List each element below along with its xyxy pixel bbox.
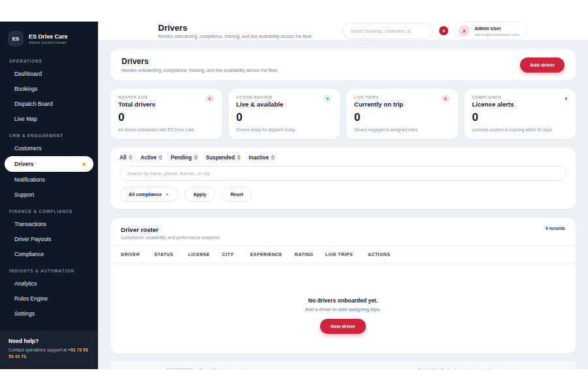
column-status: STATUS	[154, 252, 188, 257]
status-tabs: All 0 Active 0 Pending 0 Suspended 0	[120, 155, 566, 161]
page-title: Drivers	[158, 23, 312, 33]
tab-label: Pending	[171, 155, 191, 161]
sidebar-nav: OPERATIONS Dashboard Bookings Dispatch B…	[0, 52, 98, 331]
stat-value: 0	[118, 111, 214, 124]
empty-state-title: No drivers onboarded yet.	[110, 297, 576, 304]
column-license: LICENSE	[188, 252, 222, 257]
sidebar-item-settings[interactable]: Settings	[5, 306, 93, 321]
roster-subtitle: Compliance, availability, and performanc…	[121, 235, 220, 240]
tab-label: Suspended	[206, 155, 235, 161]
compliance-filter-select[interactable]: All compliance ▼	[120, 187, 178, 202]
stat-eyebrow: LIVE TRIPS	[354, 95, 403, 99]
driver-search-input[interactable]	[120, 166, 566, 181]
column-actions: ACTIONS	[368, 252, 407, 257]
stat-value: 0	[472, 111, 568, 124]
drivers-card-title: Drivers	[122, 57, 278, 66]
tab-active[interactable]: Active 0	[140, 155, 162, 161]
brand: ES ES Drive Care Admin Control Center	[0, 22, 98, 52]
empty-state: No drivers onboarded yet. Add a driver t…	[110, 263, 576, 353]
stat-title: License alerts	[472, 101, 514, 108]
stat-card-live-available: ACTIVE ROSTER Live & available 0 0 Drive…	[229, 89, 340, 139]
tab-pending[interactable]: Pending 0	[171, 155, 197, 161]
brand-name: ES Drive Care	[29, 33, 68, 40]
sidebar-item-bookings[interactable]: Bookings	[5, 82, 93, 96]
main-area: Drivers Monitor onboarding, compliance, …	[98, 22, 588, 369]
stat-caption: Drivers engaged in assigned rides.	[354, 127, 450, 132]
footer-copyright: © 2025 ES Drive Care. All rights reserve…	[166, 368, 246, 369]
global-search-input[interactable]	[343, 23, 433, 39]
sidebar-item-customers[interactable]: Customers	[5, 141, 93, 155]
stat-eyebrow: COMPLIANCE	[472, 95, 514, 99]
apply-button[interactable]: Apply	[184, 187, 216, 202]
stat-badge: 0	[564, 95, 568, 102]
help-text-body: Contact operations support at	[8, 348, 67, 352]
chevron-down-icon: ▼	[165, 193, 169, 197]
stats-row: ROSTER SIZE Total drivers 0 0 All driver…	[110, 89, 576, 139]
filter-actions: All compliance ▼ Apply Reset	[120, 187, 566, 202]
tab-count: 0	[237, 155, 240, 161]
footer-build-info: Build v1.0 • Crafted for professional dr…	[418, 368, 520, 369]
help-text: Contact operations support at +91 73 53 …	[8, 347, 90, 361]
tab-count: 0	[271, 155, 274, 161]
notification-badge[interactable]: 0	[439, 26, 448, 35]
page-header-card: Drivers Monitor onboarding, compliance, …	[110, 49, 576, 80]
stat-card-license-alerts: COMPLIANCE License alerts 0 0 Licenses e…	[465, 89, 576, 139]
nav-section-finance: FINANCE & COMPLIANCE	[9, 209, 89, 214]
tab-inactive[interactable]: Inactive 0	[249, 155, 274, 161]
stat-eyebrow: ROSTER SIZE	[118, 95, 155, 99]
user-name: Admin User	[474, 25, 519, 31]
reset-button[interactable]: Reset	[221, 187, 253, 202]
stat-title: Currently on trip	[354, 101, 403, 108]
sidebar-item-dashboard[interactable]: Dashboard	[5, 67, 93, 81]
stat-eyebrow: ACTIVE ROSTER	[237, 95, 284, 99]
sidebar-item-notifications[interactable]: Notifications	[5, 172, 93, 187]
stat-caption: Drivers ready for dispatch today.	[237, 127, 333, 132]
tab-label: Inactive	[249, 155, 269, 161]
column-city: CITY	[222, 252, 250, 257]
stat-card-on-trip: LIVE TRIPS Currently on trip 0 0 Drivers…	[346, 89, 458, 139]
table-header-row: DRIVER STATUS LICENSE CITY EXPERIENCE RA…	[110, 246, 576, 263]
tab-label: Active	[140, 155, 157, 161]
stat-title: Total drivers	[118, 101, 155, 108]
new-driver-button[interactable]: New driver	[320, 319, 366, 334]
stat-title: Live & available	[237, 101, 284, 108]
sidebar-item-rules-engine[interactable]: Rules Engine	[5, 291, 93, 306]
help-panel: Need help? Contact operations support at…	[0, 331, 98, 369]
user-menu[interactable]: A Admin User admin@esdrivecare.com	[454, 22, 528, 40]
sidebar-item-label: Drivers	[14, 161, 34, 167]
tab-count: 0	[159, 155, 163, 161]
sidebar-item-drivers[interactable]: Drivers	[5, 156, 93, 172]
sidebar-item-driver-payouts[interactable]: Driver Payouts	[5, 232, 93, 246]
sidebar-item-transactions[interactable]: Transactions	[5, 217, 93, 231]
brand-tagline: Admin Control Center	[29, 41, 68, 44]
sidebar-item-dispatch-board[interactable]: Dispatch Board	[5, 97, 93, 111]
stat-caption: Licenses expired or expiring within 30 d…	[472, 127, 568, 132]
stat-badge: 0	[441, 95, 449, 102]
add-driver-button[interactable]: Add driver	[520, 57, 564, 73]
tab-count: 0	[194, 155, 197, 161]
sidebar-item-support[interactable]: Support	[5, 188, 93, 202]
page-header-text: Drivers Monitor onboarding, compliance, …	[122, 57, 278, 73]
records-count: 0 records	[546, 226, 565, 231]
compliance-select-value: All compliance	[129, 191, 162, 197]
sidebar: ES ES Drive Care Admin Control Center OP…	[0, 22, 98, 369]
nav-section-crm: CRM & ENGAGEMENT	[9, 133, 89, 138]
tab-count: 0	[129, 155, 132, 161]
header-actions: 0 A Admin User admin@esdrivecare.com	[343, 22, 528, 40]
empty-state-subtitle: Add a driver to start assigning trips.	[110, 306, 576, 312]
nav-section-operations: OPERATIONS	[9, 59, 89, 63]
tab-all[interactable]: All 0	[120, 155, 132, 161]
sidebar-item-analytics[interactable]: Analytics	[5, 276, 93, 291]
stat-card-total-drivers: ROSTER SIZE Total drivers 0 0 All driver…	[110, 89, 222, 139]
stat-badge: 0	[323, 95, 332, 102]
stat-value: 0	[237, 111, 333, 124]
sidebar-item-compliance[interactable]: Compliance	[5, 247, 93, 261]
app-window: ES ES Drive Care Admin Control Center OP…	[0, 22, 588, 369]
sidebar-item-live-map[interactable]: Live Map	[5, 112, 93, 126]
user-email: admin@esdrivecare.com	[474, 32, 519, 37]
page-subtitle: Monitor onboarding, compliance, training…	[158, 34, 312, 39]
top-header: Drivers Monitor onboarding, compliance, …	[98, 22, 588, 41]
tab-suspended[interactable]: Suspended 0	[206, 155, 240, 161]
stat-caption: All drivers onboarded with ES Drive Care…	[118, 127, 214, 132]
drivers-card-subtitle: Monitor onboarding, compliance, training…	[122, 68, 278, 73]
